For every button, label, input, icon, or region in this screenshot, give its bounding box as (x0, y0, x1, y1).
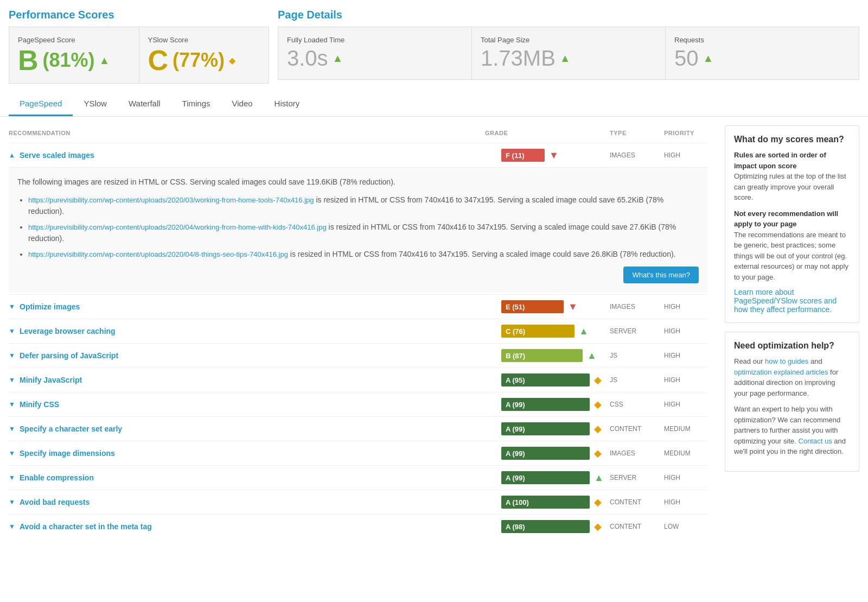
rec-grade-enable-compression: A (99) ▲ (501, 471, 610, 484)
requests-label: Requests (674, 36, 850, 44)
indicator-serve-scaled: ▼ (549, 150, 559, 161)
rec-grade-image-dimensions: A (99) ◆ (501, 447, 610, 460)
rec-link-3[interactable]: https://purevisibility.com/wp-content/up… (28, 250, 288, 258)
rec-link-1[interactable]: https://purevisibility.com/wp-content/up… (28, 196, 314, 204)
rec-minify-js-header[interactable]: ▼ Minify JavaScript A (95) ◆ JS HIGH (9, 368, 707, 392)
tab-timings[interactable]: Timings (171, 92, 221, 116)
pagespeed-pct: (81%) (43, 49, 95, 72)
contact-us-link[interactable]: Contact us (799, 437, 832, 445)
main-content: RECOMMENDATION GRADE TYPE PRIORITY ▲ Ser… (0, 117, 868, 547)
rec-link-item-2: https://purevisibility.com/wp-content/up… (28, 221, 699, 244)
expand-footer-serve-scaled: What's this mean? (17, 267, 699, 283)
rec-grade-serve-scaled: F (11) ▼ (501, 149, 610, 162)
rec-toggle-leverage-caching: ▼ (9, 327, 20, 335)
pagespeed-value: B (81%) ▲ (18, 46, 130, 74)
rec-type-serve-scaled: IMAGES (610, 151, 664, 159)
rec-title-defer-js: Defer parsing of JavaScript (20, 351, 501, 360)
tab-history[interactable]: History (264, 92, 311, 116)
indicator-bad-requests: ◆ (594, 496, 602, 508)
rec-title-minify-css: Minify CSS (20, 400, 501, 409)
page-details: Page Details Fully Loaded Time 3.0s ▲ To… (278, 9, 859, 84)
rec-minify-js: ▼ Minify JavaScript A (95) ◆ JS HIGH (9, 367, 707, 392)
rec-minify-css-header[interactable]: ▼ Minify CSS A (99) ◆ CSS HIGH (9, 392, 707, 416)
indicator-minify-css: ◆ (594, 398, 602, 410)
rec-leverage-caching-header[interactable]: ▼ Leverage browser caching C (76) ▲ SERV… (9, 319, 707, 343)
rec-leverage-caching: ▼ Leverage browser caching C (76) ▲ SERV… (9, 319, 707, 343)
rec-priority-enable-compression: HIGH (664, 474, 707, 481)
rec-enable-compression: ▼ Enable compression A (99) ▲ SERVER HIG… (9, 465, 707, 490)
header-grade: GRADE (485, 130, 593, 136)
requests-box: Requests 50 ▲ (666, 27, 859, 79)
rec-link-2[interactable]: https://purevisibility.com/wp-content/up… (28, 223, 327, 231)
tabs-section: PageSpeed YSlow Waterfall Timings Video … (0, 92, 868, 117)
rec-links-list: https://purevisibility.com/wp-content/up… (17, 194, 699, 260)
rec-priority-serve-scaled: HIGH (664, 151, 707, 159)
rec-title-optimize-images: Optimize images (20, 302, 501, 311)
help-text-1: Read our how to guides and optimization … (734, 356, 850, 398)
rec-toggle-charset-meta: ▼ (9, 523, 20, 530)
rec-grade-minify-css: A (99) ◆ (501, 398, 610, 411)
indicator-image-dimensions: ◆ (594, 447, 602, 459)
rec-title-enable-compression: Enable compression (20, 473, 501, 482)
rec-charset-meta-header[interactable]: ▼ Avoid a character set in the meta tag … (9, 515, 707, 538)
apply-desc: The recommendations are meant to be gene… (734, 231, 848, 281)
grade-bar-serve-scaled: F (11) (501, 149, 545, 162)
rec-grade-charset-early: A (99) ◆ (501, 422, 610, 435)
apply-heading: Not every recommendation will apply to y… (734, 210, 838, 229)
grade-bar-defer-js: B (87) (501, 349, 583, 362)
rec-title-serve-scaled: Serve scaled images (20, 151, 501, 160)
indicator-charset-early: ◆ (594, 423, 602, 435)
learn-more-link[interactable]: Learn more about PageSpeed/YSlow scores … (734, 288, 837, 314)
indicator-minify-js: ◆ (594, 374, 602, 386)
rec-desc-serve-scaled: The following images are resized in HTML… (17, 176, 699, 188)
tab-video[interactable]: Video (221, 92, 264, 116)
grade-bar-bad-requests: A (100) (501, 496, 590, 509)
header-priority: PRIORITY (664, 130, 707, 136)
rec-grade-leverage-caching: C (76) ▲ (501, 325, 610, 338)
rec-image-dimensions-header[interactable]: ▼ Specify image dimensions A (99) ◆ IMAG… (9, 441, 707, 465)
impact-text: Rules are sorted in order of impact upon… (734, 150, 850, 203)
whats-mean-button[interactable]: What's this mean? (623, 267, 699, 283)
rec-link-item-1: https://purevisibility.com/wp-content/up… (28, 194, 699, 217)
pagespeed-arrow: ▲ (99, 54, 110, 67)
rec-grade-optimize-images: E (51) ▼ (501, 300, 610, 313)
rec-toggle-charset-early: ▼ (9, 425, 20, 433)
rec-optimize-images-header[interactable]: ▼ Optimize images E (51) ▼ IMAGES HIGH (9, 295, 707, 319)
rec-toggle-bad-requests: ▼ (9, 498, 20, 506)
rec-toggle-enable-compression: ▼ (9, 474, 20, 481)
rec-type-charset-early: CONTENT (610, 425, 664, 433)
rec-toggle-image-dimensions: ▼ (9, 449, 20, 457)
articles-link[interactable]: optimization explained articles (734, 368, 828, 376)
fully-loaded-number: 3.0s (287, 46, 328, 71)
rec-type-charset-meta: CONTENT (610, 523, 664, 530)
yslow-letter: C (148, 46, 169, 74)
tab-waterfall[interactable]: Waterfall (118, 92, 171, 116)
rec-table-header: RECOMMENDATION GRADE TYPE PRIORITY (9, 125, 707, 141)
rec-title-bad-requests: Avoid bad requests (20, 498, 501, 506)
indicator-charset-meta: ◆ (594, 521, 602, 533)
rec-enable-compression-header[interactable]: ▼ Enable compression A (99) ▲ SERVER HIG… (9, 466, 707, 490)
grade-bar-leverage-caching: C (76) (501, 325, 575, 338)
perf-scores-title: Performance Scores (9, 9, 269, 21)
indicator-defer-js: ▲ (587, 350, 597, 362)
rec-serve-scaled-header[interactable]: ▲ Serve scaled images F (11) ▼ IMAGES HI… (9, 143, 707, 167)
rec-link-item-3: https://purevisibility.com/wp-content/up… (28, 249, 699, 260)
rec-defer-js-header[interactable]: ▼ Defer parsing of JavaScript B (87) ▲ J… (9, 344, 707, 367)
impact-desc: Optimizing rules at the top of the list … (734, 172, 846, 201)
indicator-leverage-caching: ▲ (579, 326, 589, 337)
tab-yslow[interactable]: YSlow (73, 92, 118, 116)
pagespeed-letter: B (18, 46, 39, 74)
scores-meaning-title: What do my scores mean? (734, 135, 850, 144)
rec-grade-bad-requests: A (100) ◆ (501, 496, 610, 509)
rec-bad-requests-header[interactable]: ▼ Avoid bad requests A (100) ◆ CONTENT H… (9, 490, 707, 514)
rec-title-minify-js: Minify JavaScript (20, 376, 501, 384)
sidebar: What do my scores mean? Rules are sorted… (716, 117, 868, 547)
recommendations-panel: RECOMMENDATION GRADE TYPE PRIORITY ▲ Ser… (0, 117, 716, 547)
tab-pagespeed[interactable]: PageSpeed (9, 92, 73, 116)
top-section: Performance Scores PageSpeed Score B (81… (0, 0, 868, 92)
total-size-label: Total Page Size (481, 36, 656, 44)
rec-charset-early-header[interactable]: ▼ Specify a character set early A (99) ◆… (9, 417, 707, 441)
rec-type-defer-js: JS (610, 352, 664, 359)
how-to-guides-link[interactable]: how to guides (765, 357, 808, 365)
yslow-value: C (77%) ◆ (148, 46, 260, 74)
